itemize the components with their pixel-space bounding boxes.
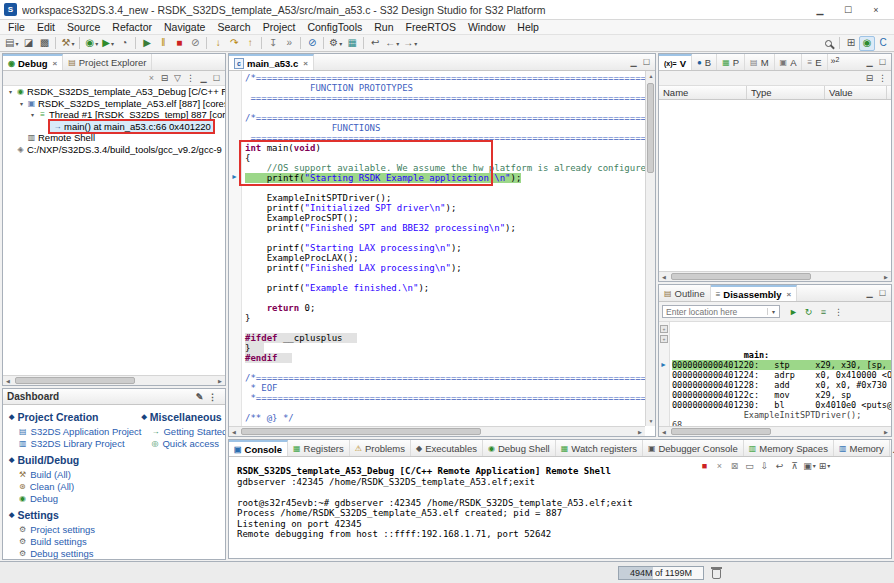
debug-tree-item[interactable]: ▾◉RSDK_S32DS_template_A53_Debug [C/C++ R…	[3, 86, 225, 98]
forward-icon[interactable]: →▾	[401, 36, 419, 51]
scroll-right-icon[interactable]: ▶	[881, 272, 891, 282]
debug-icon[interactable]: ◉▾	[83, 36, 100, 51]
minimize-view-icon[interactable]: ▁	[863, 287, 876, 300]
dashboard-link-debug[interactable]: ◉Debug	[9, 492, 141, 504]
tab-breakpoints[interactable]: ●B	[692, 54, 717, 70]
open-perspective-icon[interactable]: ⊞	[843, 36, 859, 51]
suspend-icon[interactable]: ‖	[155, 36, 171, 51]
view-menu-icon[interactable]: ⋮	[184, 72, 197, 85]
tab-problems[interactable]: ⚠Problems	[350, 440, 411, 456]
tab-peripherals[interactable]: ▦P	[717, 54, 745, 70]
minimize-view-icon[interactable]: ▁	[627, 56, 640, 69]
save-all-icon[interactable]: ▩	[36, 36, 52, 51]
scrollbar-thumb[interactable]	[671, 428, 771, 435]
combo-dropdown-icon[interactable]: ▾	[767, 308, 779, 315]
disassembly-gutter-icon[interactable]: +	[660, 335, 668, 343]
view-menu-icon[interactable]: ⋮	[206, 390, 219, 403]
menu-edit[interactable]: Edit	[31, 21, 61, 33]
tab-project-explorer[interactable]: ▤Project Explorer	[63, 54, 152, 70]
scroll-up-icon[interactable]: ▲	[646, 71, 656, 81]
column-header-value[interactable]: Value	[825, 86, 887, 99]
scrollbar-thumb[interactable]	[647, 83, 654, 173]
step-into-icon[interactable]: ↓	[210, 36, 226, 51]
instruction-stepping-icon[interactable]: »	[281, 36, 297, 51]
maximize-view-icon[interactable]: ☐	[876, 56, 889, 69]
configtools-icon[interactable]: ⚙▾	[327, 36, 344, 51]
link-with-source-icon[interactable]: ≡	[817, 305, 830, 318]
tab-disassembly[interactable]: ≡Disassembly×	[711, 285, 797, 301]
debug-tree-item[interactable]: →main() at main_a53.c:66 0x401220	[3, 121, 225, 133]
column-header-name[interactable]: Name	[659, 86, 747, 99]
maximize-view-icon[interactable]: ☐	[876, 287, 889, 300]
build-icon[interactable]: ⚒▾	[59, 36, 76, 51]
variables-h-scrollbar[interactable]: ◀ ▶	[659, 271, 891, 281]
disassembly-gutter-icon[interactable]: +	[660, 325, 668, 333]
dashboard-link-s32ds-library-project[interactable]: ▥S32DS Library Project	[9, 437, 141, 449]
minimize-window-icon[interactable]: ▁	[806, 1, 834, 19]
dashboard-link-clean-all[interactable]: ⊛Clean (All)	[9, 480, 141, 492]
refresh-icon[interactable]: ↻	[802, 305, 815, 318]
menu-configtools[interactable]: ConfigTools	[301, 21, 368, 33]
cpp-perspective-icon[interactable]: C	[875, 36, 891, 51]
scroll-down-icon[interactable]: ▼	[646, 416, 656, 426]
step-over-icon[interactable]: ↷	[226, 36, 242, 51]
tab-overflow-icon[interactable]: »2	[828, 54, 843, 70]
tab-executables[interactable]: ◆Executables	[411, 440, 483, 456]
debug-tree-item[interactable]: ◈C:/NXP/S32DS.3.4/build_tools/gcc_v9.2/g…	[3, 144, 225, 156]
location-combo[interactable]: ▾	[662, 305, 780, 318]
scroll-left-icon[interactable]: ◀	[659, 272, 669, 282]
maximize-view-icon[interactable]: ☐	[640, 56, 653, 69]
scrollbar-thumb[interactable]	[671, 273, 811, 280]
tab-memory[interactable]: ▥Memory	[834, 440, 890, 456]
scrollbar-thumb[interactable]	[15, 377, 135, 384]
dashboard-link-build-settings[interactable]: ⚙Build settings	[9, 535, 141, 547]
tab-registers[interactable]: ▦Registers	[288, 440, 350, 456]
maximize-window-icon[interactable]: ☐	[834, 1, 862, 19]
tab-console[interactable]: ▣Console	[229, 440, 288, 456]
close-tab-icon[interactable]: ×	[303, 59, 308, 68]
close-window-icon[interactable]: ×	[862, 1, 890, 19]
save-icon[interactable]: ◪	[20, 36, 36, 51]
debug-tree-h-scrollbar[interactable]: ◀ ▶	[3, 375, 225, 385]
drop-to-frame-icon[interactable]: ↧	[265, 36, 281, 51]
menu-help[interactable]: Help	[511, 21, 545, 33]
dashboard-link-project-settings[interactable]: ⚙Project settings	[9, 523, 141, 535]
code-editor[interactable]: /*======================================…	[242, 71, 645, 426]
last-edit-location-icon[interactable]: ↩	[367, 36, 383, 51]
location-input[interactable]	[663, 307, 767, 317]
column-header-type[interactable]: Type	[747, 86, 825, 99]
editor-h-scrollbar[interactable]: ◀ ▶	[229, 426, 645, 436]
customize-icon[interactable]: ✎	[193, 390, 206, 403]
resume-icon[interactable]: ▶	[139, 36, 155, 51]
scroll-left-icon[interactable]: ◀	[3, 376, 13, 386]
menu-search[interactable]: Search	[211, 21, 256, 33]
dashboard-link-quick-access[interactable]: ◎Quick access	[141, 437, 225, 449]
scroll-right-icon[interactable]: ▶	[215, 376, 225, 386]
minimize-view-icon[interactable]: ▁	[890, 442, 894, 455]
menu-file[interactable]: File	[2, 21, 31, 33]
menu-window[interactable]: Window	[462, 21, 511, 33]
expander-icon[interactable]: ▾	[28, 111, 37, 118]
tab-variables[interactable]: (x)=V	[659, 54, 692, 70]
tab-outline[interactable]: ▤Outline	[659, 285, 711, 301]
tab-modules[interactable]: ▤M	[745, 54, 774, 70]
scrollbar-thumb[interactable]	[241, 428, 481, 435]
skip-breakpoints-icon[interactable]: ⊘	[304, 36, 320, 51]
dashboard-link-s32ds-application-project[interactable]: ▤S32DS Application Project	[9, 425, 141, 437]
search-icon[interactable]	[820, 36, 836, 51]
menu-run[interactable]: Run	[368, 21, 399, 33]
close-tab-icon[interactable]: ×	[786, 290, 791, 299]
tab-main-a53-c[interactable]: cmain_a53.c×	[229, 54, 314, 70]
back-icon[interactable]: ←▾	[383, 36, 401, 51]
disassembly-content[interactable]: main:0000000000401220: stp x29, x30, [sp…	[672, 322, 891, 426]
dashboard-link-build-all[interactable]: ⚒Build (All)	[9, 468, 141, 480]
run-icon[interactable]: ▶▾	[100, 36, 116, 51]
dashboard-link-debug-settings[interactable]: ⚙Debug settings	[9, 547, 141, 559]
scroll-left-icon[interactable]: ◀	[229, 427, 239, 437]
tab-view-a[interactable]: ▣A	[775, 54, 803, 70]
scroll-right-icon[interactable]: ▶	[881, 427, 891, 437]
profile-icon[interactable]: ◔	[116, 36, 132, 51]
minimize-view-icon[interactable]: ▁	[863, 56, 876, 69]
debug-tree-item[interactable]: ▾▣RSDK_S32DS_template_A53.elf [887] [cor…	[3, 98, 225, 110]
close-tab-icon[interactable]: ×	[53, 59, 58, 68]
